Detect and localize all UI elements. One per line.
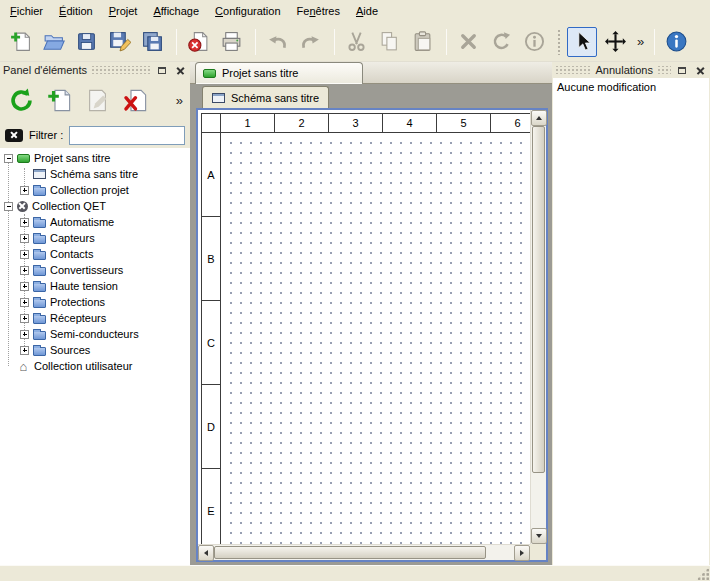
toolbar-handle[interactable] <box>557 29 562 55</box>
delete-button[interactable] <box>453 27 483 57</box>
home-icon: ⌂ <box>17 361 30 372</box>
scroll-left-button[interactable] <box>198 545 214 561</box>
diagram-view: 1 2 3 4 5 6 A B C <box>196 108 548 562</box>
tree-item-user-collection[interactable]: ⌂Collection utilisateur <box>0 358 190 374</box>
project-tabbar: Projet sans titre <box>190 62 552 84</box>
rotate-button[interactable] <box>486 27 516 57</box>
cut-button[interactable] <box>341 27 371 57</box>
menu-edition[interactable]: Édition <box>51 2 101 20</box>
menu-fenetres[interactable]: Fenêtres <box>289 2 348 20</box>
folder-icon <box>33 219 46 228</box>
close-file-button[interactable] <box>183 27 213 57</box>
collapse-icon[interactable] <box>4 202 13 211</box>
menu-configuration[interactable]: Configuration <box>207 2 288 20</box>
main-region: Panel d'éléments » <box>0 62 710 565</box>
scroll-right-button[interactable] <box>514 545 530 561</box>
scroll-down-button[interactable] <box>531 528 547 544</box>
vertical-scrollbar[interactable] <box>530 110 546 544</box>
expand-icon[interactable] <box>20 314 29 323</box>
dock-close-button[interactable] <box>173 64 187 77</box>
dock-float-button[interactable] <box>675 64 689 77</box>
tree-item-convertisseurs[interactable]: Convertisseurs <box>0 262 190 278</box>
copy-button[interactable] <box>374 27 404 57</box>
new-element-button[interactable] <box>43 84 75 116</box>
delete-element-button[interactable] <box>119 84 151 116</box>
info-button[interactable] <box>519 27 549 57</box>
about-button[interactable] <box>661 27 691 57</box>
select-tool-button[interactable] <box>567 27 597 57</box>
expand-icon[interactable] <box>20 250 29 259</box>
refresh-icon <box>8 87 35 114</box>
save-button[interactable] <box>71 27 101 57</box>
tree-item-haute-tension[interactable]: Haute tension <box>0 278 190 294</box>
expand-icon[interactable] <box>20 266 29 275</box>
edit-element-button[interactable] <box>81 84 113 116</box>
collapse-icon[interactable] <box>4 154 13 163</box>
diagram-grid[interactable] <box>222 134 530 544</box>
dock-float-button[interactable] <box>155 64 169 77</box>
expand-icon[interactable] <box>20 330 29 339</box>
project-tab-label: Projet sans titre <box>222 67 298 79</box>
pan-tool-button[interactable] <box>600 27 630 57</box>
expand-icon[interactable] <box>20 346 29 355</box>
column-label: 1 <box>221 114 275 133</box>
tree-item-sources[interactable]: Sources <box>0 342 190 358</box>
clear-filter-icon[interactable] <box>5 129 23 142</box>
status-bar <box>0 565 710 581</box>
filter-input[interactable] <box>69 126 185 145</box>
diagram-canvas[interactable]: 1 2 3 4 5 6 A B C <box>198 110 530 544</box>
menu-aide[interactable]: Aide <box>348 2 386 20</box>
elements-tree[interactable]: Projet sans titre Schéma sans titre Coll… <box>0 148 190 565</box>
toolbar-separator <box>446 29 447 55</box>
elements-panel-titlebar[interactable]: Panel d'éléments <box>0 62 190 78</box>
tree-item-automatisme[interactable]: Automatisme <box>0 214 190 230</box>
menu-affichage[interactable]: Affichage <box>145 2 207 20</box>
open-file-button[interactable] <box>38 27 68 57</box>
undo-list[interactable]: Aucune modification <box>553 78 709 565</box>
tree-item-semi-conducteurs[interactable]: Semi-conducteurs <box>0 326 190 342</box>
undo-dock-titlebar[interactable]: Annulations <box>552 62 710 78</box>
tree-item-capteurs[interactable]: Capteurs <box>0 230 190 246</box>
scrollbar-corner <box>530 544 546 560</box>
vertical-scrollbar-thumb[interactable] <box>532 126 545 473</box>
tree-item-diagram[interactable]: Schéma sans titre <box>0 166 190 182</box>
diagram-tab-label: Schéma sans titre <box>231 92 319 104</box>
expand-icon[interactable] <box>20 282 29 291</box>
tree-item-project-collection[interactable]: Collection projet <box>0 182 190 198</box>
tree-item-recepteurs[interactable]: Récepteurs <box>0 310 190 326</box>
tree-item-project[interactable]: Projet sans titre <box>0 150 190 166</box>
horizontal-scrollbar[interactable] <box>198 544 530 560</box>
panel-toolbar-overflow-button[interactable]: » <box>172 93 187 108</box>
toolbar-separator <box>176 29 177 55</box>
column-label: 3 <box>329 114 383 133</box>
expand-icon[interactable] <box>20 186 29 195</box>
toolbar-overflow-button[interactable]: » <box>633 34 648 49</box>
tree-item-protections[interactable]: Protections <box>0 294 190 310</box>
menu-bar: Fichier Édition Projet Affichage Configu… <box>0 0 710 22</box>
new-file-button[interactable] <box>5 27 35 57</box>
dock-close-button[interactable] <box>693 64 707 77</box>
print-button[interactable] <box>216 27 246 57</box>
paste-button[interactable] <box>407 27 437 57</box>
row-label: C <box>202 301 221 385</box>
tree-item-contacts[interactable]: Contacts <box>0 246 190 262</box>
tree-item-qet-collection[interactable]: Collection QET <box>0 198 190 214</box>
row-label: A <box>202 133 221 217</box>
save-as-button[interactable] <box>104 27 134 57</box>
scroll-up-button[interactable] <box>531 110 547 126</box>
tab-diagram[interactable]: Schéma sans titre <box>202 86 329 108</box>
save-as-icon <box>108 30 131 53</box>
pointer-icon <box>571 30 594 53</box>
reload-collections-button[interactable] <box>5 84 37 116</box>
tab-project[interactable]: Projet sans titre <box>195 62 363 84</box>
menu-fichier[interactable]: Fichier <box>2 2 51 20</box>
undo-button[interactable] <box>262 27 292 57</box>
horizontal-scrollbar-thumb[interactable] <box>214 546 486 559</box>
redo-button[interactable] <box>295 27 325 57</box>
expand-icon[interactable] <box>20 234 29 243</box>
menu-projet[interactable]: Projet <box>101 2 146 20</box>
resize-grip[interactable] <box>696 567 709 580</box>
expand-icon[interactable] <box>20 298 29 307</box>
expand-icon[interactable] <box>20 218 29 227</box>
save-all-button[interactable] <box>137 27 167 57</box>
